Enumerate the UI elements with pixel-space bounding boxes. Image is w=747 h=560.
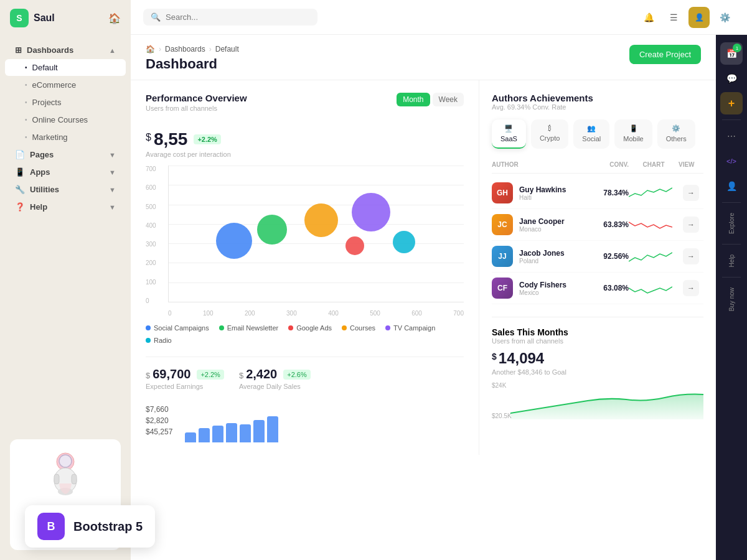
performance-title: Performance Overview bbox=[146, 93, 247, 103]
sidebar-section-dashboards[interactable]: ⊞ Dashboards ▲ bbox=[5, 42, 126, 58]
bubble-courses bbox=[352, 193, 390, 231]
sidebar-item-online-courses[interactable]: Online Courses bbox=[5, 111, 126, 128]
rs-divider-2 bbox=[722, 202, 741, 203]
stat-value: $ 8,55 +2.2% bbox=[146, 129, 464, 149]
tab-others[interactable]: ⚙️ Others bbox=[657, 119, 695, 149]
bar-3 bbox=[212, 426, 223, 442]
search-icon: 🔍 bbox=[151, 12, 161, 22]
sidebar-section-utilities[interactable]: 🔧 Utilities ▼ bbox=[5, 181, 126, 198]
settings-icon[interactable]: ⚙️ bbox=[715, 7, 735, 27]
stat-label: Avarage cost per interaction bbox=[146, 151, 464, 158]
tab-month[interactable]: Month bbox=[397, 93, 430, 106]
daily-value: 2,420 bbox=[246, 367, 277, 381]
author-country-1: Haiti bbox=[519, 194, 585, 201]
tab-social[interactable]: 👥 Social bbox=[573, 119, 609, 149]
sidebar-section-apps[interactable]: 📱 Apps ▼ bbox=[5, 164, 126, 180]
svg-rect-5 bbox=[72, 474, 77, 484]
legend-social: Social Campaigns bbox=[146, 324, 209, 332]
value-list: $7,660 $2,820 $45,257 bbox=[146, 405, 172, 442]
rs-help-label[interactable]: Help bbox=[728, 250, 735, 273]
notification-icon[interactable]: 🔔 bbox=[639, 7, 659, 27]
rs-user-icon[interactable]: 👤 bbox=[720, 175, 743, 197]
rs-add-icon[interactable]: + bbox=[720, 92, 743, 114]
view-btn-2[interactable]: → bbox=[683, 217, 699, 233]
sales-goal: Another $48,346 to Goal bbox=[492, 368, 703, 376]
view-btn-3[interactable]: → bbox=[683, 248, 699, 264]
expected-label: Expected Earnings bbox=[146, 383, 224, 390]
author-conv-4: 63.08% bbox=[585, 284, 629, 292]
expected-badge: +2.2% bbox=[197, 370, 224, 380]
tab-saas[interactable]: 🖥️ SaaS bbox=[492, 119, 526, 149]
page-header: 🏠 › Dashboards › Default Dashboard Creat… bbox=[131, 35, 716, 80]
saas-tab-icon: 🖥️ bbox=[504, 124, 513, 133]
svg-rect-4 bbox=[54, 474, 59, 484]
rs-explore-label[interactable]: Explore bbox=[728, 208, 735, 239]
pages-label: Pages bbox=[30, 150, 54, 159]
rs-divider-3 bbox=[722, 244, 741, 245]
rs-divider-4 bbox=[722, 277, 741, 278]
sales-title: Sales This Months bbox=[492, 327, 703, 337]
table-row: JJ Jacob Jones Poland 92.56% bbox=[492, 241, 703, 273]
bar-chart bbox=[185, 405, 278, 442]
legend-courses: Courses bbox=[342, 324, 375, 332]
view-btn-1[interactable]: → bbox=[683, 185, 699, 201]
author-name-2: Jane Cooper bbox=[519, 217, 585, 226]
search-box[interactable]: 🔍 bbox=[143, 9, 317, 26]
bar-6 bbox=[253, 420, 265, 442]
breadcrumb: 🏠 › Dashboards › Default bbox=[146, 45, 239, 54]
rs-buynow-label[interactable]: Buy now bbox=[728, 282, 735, 316]
view-btn-4[interactable]: → bbox=[683, 280, 699, 296]
rs-chat-icon[interactable]: 💬 bbox=[720, 67, 743, 90]
page-header-left: 🏠 › Dashboards › Default Dashboard bbox=[146, 45, 239, 72]
author-name-1: Guy Hawkins bbox=[519, 185, 585, 194]
back-icon[interactable]: 🏠 bbox=[108, 12, 121, 24]
sidebar-nav: ⊞ Dashboards ▲ Default eCommerce Project… bbox=[0, 36, 131, 429]
sidebar-item-default[interactable]: Default bbox=[5, 59, 126, 76]
bubble-radio bbox=[393, 231, 415, 253]
bar-1 bbox=[185, 432, 196, 442]
sidebar-section-help[interactable]: ❓ Help ▼ bbox=[5, 198, 126, 215]
sales-chart: $24K $20.5K bbox=[492, 382, 703, 419]
dashboards-arrow: ▲ bbox=[109, 47, 116, 54]
author-name-3: Jacob Jones bbox=[519, 249, 585, 258]
expected-earnings: $ 69,700 +2.2% Expected Earnings bbox=[146, 367, 224, 398]
tab-mobile[interactable]: 📱 Mobile bbox=[614, 119, 652, 149]
sidebar-logo: S bbox=[10, 9, 29, 27]
user-avatar[interactable]: 👤 bbox=[688, 7, 710, 28]
search-input[interactable] bbox=[166, 12, 310, 22]
bubble-google bbox=[304, 203, 338, 237]
breadcrumb-dashboards[interactable]: Dashboards bbox=[165, 45, 205, 54]
bottom-stats: $7,660 $2,820 $45,257 bbox=[146, 405, 464, 442]
create-project-button[interactable]: Create Project bbox=[629, 45, 701, 64]
stats-row: $ 69,700 +2.2% Expected Earnings $ 2,420… bbox=[146, 357, 464, 398]
sidebar-section-pages[interactable]: 📄 Pages ▼ bbox=[5, 146, 126, 163]
sidebar-item-marketing[interactable]: Marketing bbox=[5, 129, 126, 146]
table-header: AUTHOR CONV. CHART VIEW bbox=[492, 159, 703, 174]
help-icon: ❓ bbox=[15, 202, 25, 212]
rs-calendar-icon[interactable]: 📅 1 bbox=[720, 42, 743, 65]
page: 🏠 › Dashboards › Default Dashboard Creat… bbox=[131, 35, 716, 560]
authors-subtitle: Avg. 69.34% Conv. Rate bbox=[492, 103, 703, 111]
tab-week[interactable]: Week bbox=[433, 93, 464, 106]
tab-crypto[interactable]: ₿ Crypto bbox=[531, 119, 568, 149]
others-tab-icon: ⚙️ bbox=[672, 124, 680, 133]
breadcrumb-home-icon[interactable]: 🏠 bbox=[146, 45, 155, 54]
bar-7 bbox=[267, 416, 278, 442]
legend-radio: Radio bbox=[146, 337, 172, 344]
apps-label: Apps bbox=[30, 167, 50, 177]
legend-google: Google Ads bbox=[288, 324, 332, 332]
sidebar-item-ecommerce[interactable]: eCommerce bbox=[5, 77, 126, 93]
sidebar-item-projects[interactable]: Projects bbox=[5, 94, 126, 111]
rs-code-icon[interactable]: </> bbox=[720, 150, 743, 172]
menu-icon[interactable]: ☰ bbox=[664, 7, 684, 27]
rs-dots-icon[interactable]: ⋯ bbox=[720, 125, 743, 147]
sales-section: Sales This Months Users from all channel… bbox=[492, 317, 703, 419]
expected-value: 69,700 bbox=[153, 367, 190, 381]
topbar-right: 🔔 ☰ 👤 ⚙️ bbox=[639, 7, 735, 28]
performance-subtitle: Users from all channels bbox=[146, 105, 247, 112]
th-author: AUTHOR bbox=[492, 161, 585, 168]
bootstrap-icon: B bbox=[37, 513, 65, 540]
stat-section: $ 8,55 +2.2% Avarage cost per interactio… bbox=[146, 129, 464, 158]
legend-tv: TV Campaign bbox=[385, 324, 435, 332]
sales-subtitle: Users from all channels bbox=[492, 337, 703, 345]
